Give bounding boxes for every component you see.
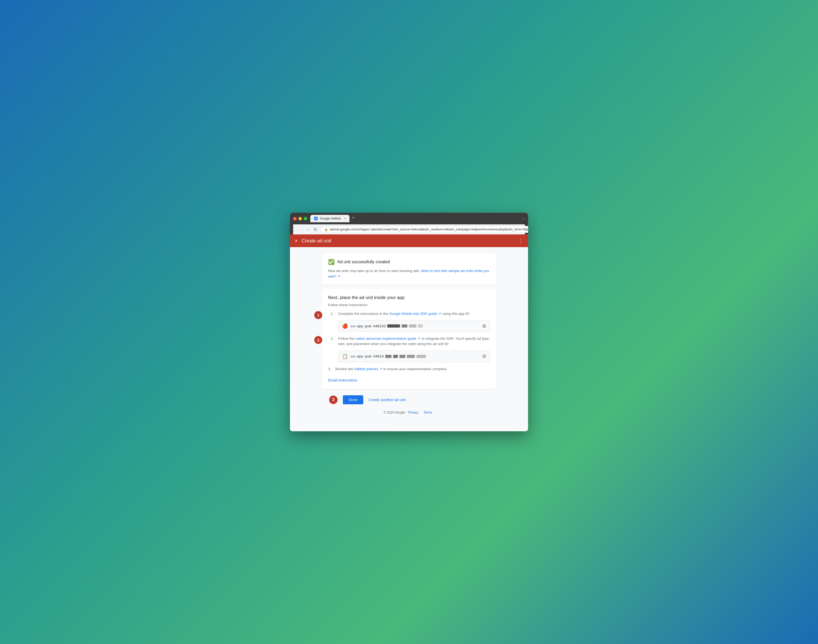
active-tab[interactable]: A Google AdMob × bbox=[310, 215, 349, 222]
success-header: ✅ Ad unit successfully created bbox=[328, 259, 490, 265]
redacted-1 bbox=[387, 324, 400, 328]
success-description: New ad units may take up to an hour to s… bbox=[328, 268, 490, 279]
instructions-card: Next, place the ad unit inside your app … bbox=[322, 289, 496, 389]
success-title: Ad unit successfully created bbox=[337, 259, 390, 264]
terms-link[interactable]: Terms bbox=[424, 411, 432, 414]
native-guide-link[interactable]: native advanced implementation guide ↗ bbox=[355, 337, 421, 340]
browser-controls bbox=[293, 217, 307, 221]
done-button[interactable]: Done bbox=[343, 395, 363, 404]
step3: 3. Review the AdMob policies ↗ to ensure… bbox=[328, 366, 490, 372]
app-id-text: ca-app-pub-448143 bbox=[351, 324, 480, 328]
tab-close-btn[interactable]: × bbox=[344, 217, 346, 221]
lock-icon: 🔒 bbox=[324, 228, 328, 231]
step1-text: Complete the instructions in the Google … bbox=[338, 311, 490, 316]
step2-group: 2 2. Follow the native advanced implemen… bbox=[328, 336, 490, 362]
step2: 2. Follow the native advanced implementa… bbox=[331, 336, 490, 347]
copy-app-id-btn[interactable]: ⧉ bbox=[483, 324, 486, 329]
create-another-link[interactable]: Create another ad unit bbox=[369, 398, 405, 402]
step3-badge: 3 bbox=[329, 396, 338, 404]
apple-icon: 🍎 bbox=[342, 323, 348, 329]
ad-unit-id-text: ca-app-pub-44814 bbox=[351, 354, 480, 358]
step3-text: Review the AdMob policies ↗ to ensure yo… bbox=[335, 366, 490, 372]
app-id-box: 🍎 ca-app-pub-448143 ⧉ bbox=[338, 320, 490, 332]
redacted-5 bbox=[385, 355, 392, 358]
redacted-4 bbox=[418, 324, 423, 328]
main-content: ✅ Ad unit successfully created New ad un… bbox=[290, 247, 528, 431]
copyright-text: © 2024 Google bbox=[384, 411, 405, 414]
redacted-6 bbox=[393, 355, 398, 358]
back-btn[interactable]: ← bbox=[296, 227, 302, 232]
step2-text: Follow the native advanced implementatio… bbox=[338, 336, 490, 347]
external-link-icon: ↗ bbox=[417, 337, 420, 340]
ad-icon: 📋 bbox=[342, 354, 348, 359]
new-tab-btn[interactable]: + bbox=[352, 215, 354, 222]
minimize-dot[interactable] bbox=[299, 217, 302, 221]
sdk-guide-link[interactable]: Google Mobile Ads SDK guide ↗ bbox=[389, 312, 442, 316]
browser-menu[interactable]: ⌄ bbox=[521, 215, 525, 222]
forward-btn[interactable]: → bbox=[304, 227, 311, 232]
browser-window: A Google AdMob × + ⌄ ← → ↻ 🔒 admob.googl… bbox=[290, 213, 528, 431]
tab-favicon: A bbox=[314, 217, 318, 221]
maximize-dot[interactable] bbox=[304, 217, 307, 221]
more-options-icon[interactable]: ⋮ bbox=[518, 238, 523, 244]
step1: 1. Complete the instructions in the Goog… bbox=[331, 311, 490, 316]
follow-text: Follow these instructions: bbox=[328, 303, 490, 307]
external-link-icon: ↗ bbox=[438, 312, 441, 316]
redacted-3 bbox=[409, 324, 417, 328]
email-instructions-link[interactable]: Email instructions bbox=[328, 378, 357, 382]
browser-tabs: A Google AdMob × + bbox=[310, 215, 521, 222]
page-footer: © 2024 Google Privacy Terms bbox=[322, 404, 496, 421]
redacted-2 bbox=[401, 324, 407, 328]
redacted-7 bbox=[400, 355, 405, 358]
external-link-icon: ↗ bbox=[379, 367, 382, 371]
browser-chrome: A Google AdMob × + ⌄ ← → ↻ 🔒 admob.googl… bbox=[290, 213, 528, 235]
bottom-actions: 3 Done Create another ad unit bbox=[322, 395, 496, 404]
redacted-9 bbox=[417, 355, 426, 358]
external-link-icon: ↗ bbox=[337, 274, 340, 278]
refresh-btn[interactable]: ↻ bbox=[313, 227, 318, 233]
address-text: admob.google.com/v2/apps/ /adunits/creat… bbox=[329, 227, 528, 231]
close-icon[interactable]: × bbox=[295, 238, 298, 244]
privacy-link[interactable]: Privacy bbox=[408, 411, 418, 414]
instructions-title: Next, place the ad unit inside your app bbox=[328, 295, 490, 300]
browser-nav-bar: ← → ↻ 🔒 admob.google.com/v2/apps/ /aduni… bbox=[293, 224, 525, 235]
close-dot[interactable] bbox=[293, 217, 297, 221]
address-bar[interactable]: 🔒 admob.google.com/v2/apps/ /adunits/cre… bbox=[320, 226, 528, 233]
step1-group: 1 1. Complete the instructions in the Go… bbox=[328, 311, 490, 332]
admob-policies-link[interactable]: AdMob policies ↗ bbox=[354, 367, 383, 371]
redacted-8 bbox=[407, 355, 415, 358]
step2-badge: 2 bbox=[314, 336, 322, 344]
ad-unit-id-box: 📋 ca-app-pub-44814 ⧉ bbox=[338, 351, 490, 362]
success-card: ✅ Ad unit successfully created New ad un… bbox=[322, 253, 496, 284]
page-title: Create ad unit bbox=[302, 238, 514, 244]
copy-ad-unit-id-btn[interactable]: ⧉ bbox=[483, 354, 486, 359]
success-checkmark-icon: ✅ bbox=[328, 259, 335, 265]
step1-badge: 1 bbox=[314, 311, 322, 319]
app-header: × Create ad unit ⋮ bbox=[290, 235, 528, 247]
tab-title-text: Google AdMob bbox=[320, 217, 341, 221]
